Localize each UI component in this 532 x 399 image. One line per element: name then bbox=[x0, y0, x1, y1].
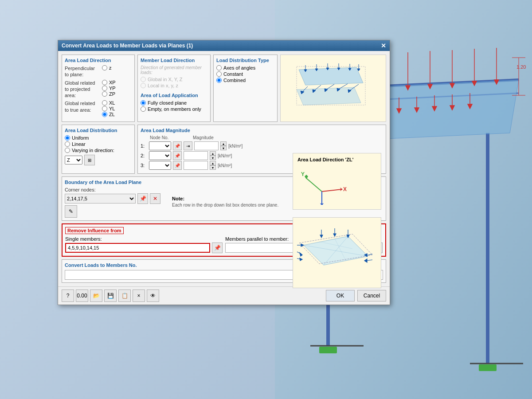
svg-marker-87 bbox=[301, 244, 304, 246]
spin-up-1[interactable]: ▲ bbox=[220, 141, 227, 146]
view-button[interactable]: 👁 bbox=[147, 289, 159, 302]
node-select-1[interactable] bbox=[149, 141, 171, 150]
save-button[interactable]: 💾 bbox=[104, 289, 117, 302]
svg-marker-93 bbox=[320, 235, 323, 238]
pin-btn-1[interactable]: 📌 bbox=[173, 141, 182, 150]
magnitude-input-3[interactable] bbox=[184, 161, 208, 170]
corner-nodes-select[interactable]: 2,14,17,5 bbox=[65, 194, 136, 203]
direction-icon-btn[interactable]: ⊞ bbox=[84, 155, 95, 165]
radio-yl[interactable]: YL bbox=[102, 106, 115, 111]
magnitude-row-1: 1: 📌 ⇥ 1.20 ▲ ▼ [kN/m²] bbox=[141, 141, 383, 150]
spin-down-1[interactable]: ▼ bbox=[220, 146, 227, 150]
corner-nodes-label: Corner nodes: bbox=[65, 187, 100, 192]
svg-rect-28 bbox=[319, 347, 337, 353]
radio-fully-closed[interactable]: Fully closed plane bbox=[141, 100, 207, 106]
dialog-toolbar: ? 0.00 📂 💾 📋 × 👁 OK Cancel bbox=[58, 286, 390, 305]
svg-rect-29 bbox=[479, 364, 497, 371]
radio-z[interactable]: z bbox=[102, 65, 112, 70]
svg-marker-72 bbox=[305, 175, 308, 179]
note-label: Note: bbox=[172, 196, 278, 201]
svg-text:1.20: 1.20 bbox=[516, 64, 526, 70]
bottom-diagram-panel bbox=[293, 217, 381, 288]
area-load-direction-title: Area Load Direction bbox=[65, 58, 132, 63]
radio-constant[interactable]: Constant bbox=[216, 71, 274, 77]
radio-xl[interactable]: XL bbox=[102, 100, 115, 106]
area-load-magnitude-title: Area Load Magnitude bbox=[141, 128, 383, 133]
spin-up-2[interactable]: ▲ bbox=[210, 151, 216, 156]
axis-indicator-title: Area Load Direction 'ZL' bbox=[297, 157, 376, 162]
radio-global-xyz[interactable]: Global in X, Y, Z bbox=[141, 77, 207, 82]
single-members-label: Single members: bbox=[65, 236, 223, 242]
open-button[interactable]: 📂 bbox=[90, 289, 102, 302]
pin-btn-3[interactable]: 📌 bbox=[173, 161, 182, 170]
area-load-direction-panel: Area Load Direction Perpendicular to pla… bbox=[62, 55, 135, 122]
radio-empty-members[interactable]: Empty, on members only bbox=[141, 106, 207, 112]
member-load-direction-panel: Member Load Direction Direction of gener… bbox=[137, 55, 211, 122]
load-distribution-title: Load Distribution Type bbox=[216, 58, 274, 63]
svg-line-100 bbox=[367, 260, 372, 261]
dialog-titlebar: Convert Area Loads to Member Loads via P… bbox=[58, 40, 390, 51]
clipboard-button[interactable]: 📋 bbox=[118, 289, 131, 302]
svg-text:X: X bbox=[343, 186, 347, 192]
radio-varying[interactable]: Varying in direction: bbox=[65, 148, 132, 153]
cancel-button[interactable]: Cancel bbox=[357, 290, 386, 301]
global-true-label: Global related to true area: bbox=[65, 100, 100, 113]
pin-btn-1b[interactable]: ⇥ bbox=[184, 141, 192, 150]
radio-combined[interactable]: Combined bbox=[216, 78, 274, 83]
radio-linear[interactable]: Linear bbox=[65, 141, 132, 147]
top-diagram-panel bbox=[280, 55, 386, 122]
radio-uniform[interactable]: Uniform bbox=[65, 135, 132, 141]
perpendicular-label: Perpendicular to plane: bbox=[65, 65, 100, 78]
svg-marker-91 bbox=[300, 258, 302, 261]
magnitude-input-1[interactable]: 1.20 bbox=[194, 141, 219, 150]
corner-delete-btn[interactable]: ✕ bbox=[150, 193, 160, 204]
radio-zp[interactable]: ZP bbox=[102, 91, 116, 97]
radio-local-xyz[interactable]: Local in x, y, z bbox=[141, 83, 207, 88]
svg-marker-101 bbox=[364, 259, 367, 262]
axis-indicator-panel: Area Load Direction 'ZL' Y X Z bbox=[293, 153, 381, 210]
spin-down-2[interactable]: ▼ bbox=[210, 156, 216, 160]
radio-yp[interactable]: YP bbox=[102, 86, 116, 91]
help-button[interactable]: ? bbox=[62, 289, 74, 302]
node-select-3[interactable] bbox=[149, 161, 171, 170]
direction-select[interactable]: Z bbox=[65, 156, 82, 164]
svg-marker-59 bbox=[297, 87, 361, 105]
magnitude-input-2[interactable] bbox=[184, 151, 208, 160]
area-load-distribution-title: Area Load Distribution bbox=[65, 128, 132, 133]
ok-button[interactable]: OK bbox=[326, 290, 355, 301]
remove-influence-title: Remove Influence from bbox=[65, 227, 124, 234]
spin-up-3[interactable]: ▲ bbox=[210, 161, 216, 165]
radio-zl[interactable]: ZL bbox=[102, 112, 115, 117]
svg-marker-46 bbox=[299, 67, 363, 85]
pin-btn-2[interactable]: 📌 bbox=[173, 151, 182, 160]
member-load-direction-title: Member Load Direction bbox=[141, 58, 207, 63]
load-distribution-type-panel: Load Distribution Type Axes of angles Co… bbox=[213, 55, 278, 122]
svg-line-71 bbox=[306, 178, 322, 192]
node-no-label: Node No. bbox=[150, 135, 179, 140]
area-load-distribution-panel: Area Load Distribution Uniform Linear bbox=[62, 125, 135, 174]
area-load-application-title: Area of Load Application bbox=[141, 93, 207, 98]
corner-edit-btn[interactable]: ✎ bbox=[65, 205, 77, 218]
svg-line-74 bbox=[322, 189, 342, 192]
radio-xp[interactable]: XP bbox=[102, 80, 116, 85]
values-button[interactable]: × bbox=[133, 289, 145, 302]
dialog-title: Convert Area Loads to Member Loads via P… bbox=[62, 43, 193, 49]
single-members-pin-btn[interactable]: 📌 bbox=[212, 243, 223, 253]
node-select-2[interactable] bbox=[149, 151, 171, 160]
single-members-input[interactable]: 4,5,9,10,14,15 bbox=[65, 243, 210, 253]
close-button[interactable]: ✕ bbox=[381, 43, 386, 49]
global-projected-label: Global related to projected area: bbox=[65, 80, 100, 99]
svg-marker-95 bbox=[333, 234, 336, 236]
radio-axes-angles[interactable]: Axes of angles bbox=[216, 65, 274, 70]
reset-button[interactable]: 0.00 bbox=[76, 289, 88, 302]
note-text: Each row in the drop down list box denot… bbox=[172, 202, 278, 208]
member-direction-desc: Direction of generated member loads: bbox=[141, 65, 207, 75]
svg-marker-89 bbox=[300, 253, 302, 256]
svg-text:Y: Y bbox=[301, 171, 305, 177]
corner-pin-btn[interactable]: 📌 bbox=[137, 193, 148, 204]
spin-down-3[interactable]: ▼ bbox=[210, 165, 216, 170]
magnitude-label: Magnitude bbox=[193, 135, 214, 140]
